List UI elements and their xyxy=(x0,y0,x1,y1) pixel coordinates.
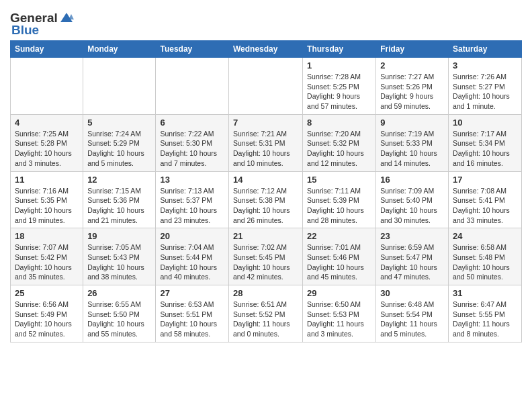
day-number: 18 xyxy=(15,231,79,241)
logo-icon xyxy=(59,11,74,25)
day-info: Sunrise: 6:59 AM Sunset: 5:47 PM Dayligh… xyxy=(380,242,444,282)
calendar-cell: 28Sunrise: 6:51 AM Sunset: 5:52 PM Dayli… xyxy=(228,285,302,342)
calendar-cell: 30Sunrise: 6:48 AM Sunset: 5:54 PM Dayli… xyxy=(376,285,449,342)
day-info: Sunrise: 7:02 AM Sunset: 5:45 PM Dayligh… xyxy=(233,242,298,282)
day-number: 26 xyxy=(87,288,151,298)
day-info: Sunrise: 6:53 AM Sunset: 5:51 PM Dayligh… xyxy=(160,300,224,339)
day-info: Sunrise: 7:04 AM Sunset: 5:44 PM Dayligh… xyxy=(160,242,224,282)
calendar-cell: 8Sunrise: 7:20 AM Sunset: 5:32 PM Daylig… xyxy=(303,114,376,171)
calendar-cell: 21Sunrise: 7:02 AM Sunset: 5:45 PM Dayli… xyxy=(228,228,302,285)
calendar-cell: 31Sunrise: 6:47 AM Sunset: 5:55 PM Dayli… xyxy=(449,285,522,342)
day-info: Sunrise: 7:11 AM Sunset: 5:39 PM Dayligh… xyxy=(307,186,371,226)
day-number: 13 xyxy=(160,175,224,185)
calendar-cell: 18Sunrise: 7:07 AM Sunset: 5:42 PM Dayli… xyxy=(11,228,83,285)
day-number: 7 xyxy=(233,118,298,128)
calendar-cell: 20Sunrise: 7:04 AM Sunset: 5:44 PM Dayli… xyxy=(156,228,229,285)
calendar-header-thursday: Thursday xyxy=(303,41,376,58)
day-info: Sunrise: 7:28 AM Sunset: 5:25 PM Dayligh… xyxy=(307,72,371,111)
calendar-week-row: 18Sunrise: 7:07 AM Sunset: 5:42 PM Dayli… xyxy=(11,228,522,285)
calendar-cell: 14Sunrise: 7:12 AM Sunset: 5:38 PM Dayli… xyxy=(228,171,302,228)
day-info: Sunrise: 6:50 AM Sunset: 5:53 PM Dayligh… xyxy=(307,300,371,339)
calendar-cell: 12Sunrise: 7:15 AM Sunset: 5:36 PM Dayli… xyxy=(83,171,156,228)
day-number: 23 xyxy=(380,231,444,241)
day-info: Sunrise: 6:48 AM Sunset: 5:54 PM Dayligh… xyxy=(380,300,444,339)
calendar-week-row: 1Sunrise: 7:28 AM Sunset: 5:25 PM Daylig… xyxy=(11,58,522,115)
day-number: 27 xyxy=(160,288,224,298)
day-info: Sunrise: 7:07 AM Sunset: 5:42 PM Dayligh… xyxy=(15,242,79,282)
calendar-cell: 19Sunrise: 7:05 AM Sunset: 5:43 PM Dayli… xyxy=(83,228,156,285)
day-number: 12 xyxy=(87,175,151,185)
day-info: Sunrise: 7:19 AM Sunset: 5:33 PM Dayligh… xyxy=(380,129,444,169)
day-info: Sunrise: 7:22 AM Sunset: 5:30 PM Dayligh… xyxy=(160,129,224,169)
day-info: Sunrise: 6:51 AM Sunset: 5:52 PM Dayligh… xyxy=(233,300,298,339)
day-number: 10 xyxy=(453,118,517,128)
day-number: 8 xyxy=(307,118,371,128)
calendar-cell xyxy=(228,58,302,115)
day-number: 16 xyxy=(380,175,444,185)
calendar-table: SundayMondayTuesdayWednesdayThursdayFrid… xyxy=(10,40,522,342)
day-info: Sunrise: 7:20 AM Sunset: 5:32 PM Dayligh… xyxy=(307,129,371,169)
day-number: 29 xyxy=(307,288,371,298)
day-number: 3 xyxy=(453,60,517,71)
logo-blue-text: Blue xyxy=(11,23,39,38)
calendar-cell: 13Sunrise: 7:13 AM Sunset: 5:37 PM Dayli… xyxy=(156,171,229,228)
day-info: Sunrise: 6:58 AM Sunset: 5:48 PM Dayligh… xyxy=(453,242,517,282)
calendar-cell: 7Sunrise: 7:21 AM Sunset: 5:31 PM Daylig… xyxy=(228,114,302,171)
day-info: Sunrise: 7:09 AM Sunset: 5:40 PM Dayligh… xyxy=(380,186,444,226)
calendar-cell: 23Sunrise: 6:59 AM Sunset: 5:47 PM Dayli… xyxy=(376,228,449,285)
day-number: 20 xyxy=(160,231,224,241)
day-info: Sunrise: 6:55 AM Sunset: 5:50 PM Dayligh… xyxy=(87,300,151,339)
calendar-cell xyxy=(156,58,229,115)
calendar-week-row: 25Sunrise: 6:56 AM Sunset: 5:49 PM Dayli… xyxy=(11,285,522,342)
calendar-cell xyxy=(83,58,156,115)
calendar-week-row: 4Sunrise: 7:25 AM Sunset: 5:28 PM Daylig… xyxy=(11,114,522,171)
day-info: Sunrise: 7:12 AM Sunset: 5:38 PM Dayligh… xyxy=(233,186,298,226)
day-info: Sunrise: 7:13 AM Sunset: 5:37 PM Dayligh… xyxy=(160,186,224,226)
day-number: 15 xyxy=(307,175,371,185)
calendar-cell: 26Sunrise: 6:55 AM Sunset: 5:50 PM Dayli… xyxy=(83,285,156,342)
calendar-cell: 6Sunrise: 7:22 AM Sunset: 5:30 PM Daylig… xyxy=(156,114,229,171)
calendar-cell: 22Sunrise: 7:01 AM Sunset: 5:46 PM Dayli… xyxy=(303,228,376,285)
calendar-cell: 17Sunrise: 7:08 AM Sunset: 5:41 PM Dayli… xyxy=(449,171,522,228)
calendar-cell: 4Sunrise: 7:25 AM Sunset: 5:28 PM Daylig… xyxy=(11,114,83,171)
logo: General Blue xyxy=(10,11,74,38)
calendar-header-row: SundayMondayTuesdayWednesdayThursdayFrid… xyxy=(11,41,522,58)
calendar-cell: 25Sunrise: 6:56 AM Sunset: 5:49 PM Dayli… xyxy=(11,285,83,342)
day-info: Sunrise: 7:05 AM Sunset: 5:43 PM Dayligh… xyxy=(87,242,151,282)
calendar-header-monday: Monday xyxy=(83,41,156,58)
calendar-cell: 10Sunrise: 7:17 AM Sunset: 5:34 PM Dayli… xyxy=(449,114,522,171)
calendar-header-tuesday: Tuesday xyxy=(156,41,229,58)
day-info: Sunrise: 7:16 AM Sunset: 5:35 PM Dayligh… xyxy=(15,186,79,226)
day-number: 30 xyxy=(380,288,444,298)
day-number: 17 xyxy=(453,175,517,185)
day-number: 21 xyxy=(233,231,298,241)
svg-marker-1 xyxy=(69,14,74,19)
day-info: Sunrise: 7:24 AM Sunset: 5:29 PM Dayligh… xyxy=(87,129,151,169)
day-info: Sunrise: 7:15 AM Sunset: 5:36 PM Dayligh… xyxy=(87,186,151,226)
day-info: Sunrise: 6:56 AM Sunset: 5:49 PM Dayligh… xyxy=(15,300,79,339)
day-info: Sunrise: 6:47 AM Sunset: 5:55 PM Dayligh… xyxy=(453,300,517,339)
day-number: 14 xyxy=(233,175,298,185)
calendar-cell: 16Sunrise: 7:09 AM Sunset: 5:40 PM Dayli… xyxy=(376,171,449,228)
day-number: 4 xyxy=(15,118,79,128)
day-info: Sunrise: 7:21 AM Sunset: 5:31 PM Dayligh… xyxy=(233,129,298,169)
day-number: 31 xyxy=(453,288,517,298)
calendar-cell: 9Sunrise: 7:19 AM Sunset: 5:33 PM Daylig… xyxy=(376,114,449,171)
day-info: Sunrise: 7:25 AM Sunset: 5:28 PM Dayligh… xyxy=(15,129,79,169)
calendar-cell: 3Sunrise: 7:26 AM Sunset: 5:27 PM Daylig… xyxy=(449,58,522,115)
day-number: 19 xyxy=(87,231,151,241)
calendar-cell: 15Sunrise: 7:11 AM Sunset: 5:39 PM Dayli… xyxy=(303,171,376,228)
calendar-header-sunday: Sunday xyxy=(11,41,83,58)
day-number: 1 xyxy=(307,60,371,71)
day-number: 6 xyxy=(160,118,224,128)
day-info: Sunrise: 7:27 AM Sunset: 5:26 PM Dayligh… xyxy=(380,72,444,111)
day-number: 22 xyxy=(307,231,371,241)
calendar-cell: 27Sunrise: 6:53 AM Sunset: 5:51 PM Dayli… xyxy=(156,285,229,342)
day-number: 24 xyxy=(453,231,517,241)
day-info: Sunrise: 7:08 AM Sunset: 5:41 PM Dayligh… xyxy=(453,186,517,226)
calendar-header-wednesday: Wednesday xyxy=(228,41,302,58)
day-info: Sunrise: 7:01 AM Sunset: 5:46 PM Dayligh… xyxy=(307,242,371,282)
calendar-cell: 29Sunrise: 6:50 AM Sunset: 5:53 PM Dayli… xyxy=(303,285,376,342)
calendar-cell: 2Sunrise: 7:27 AM Sunset: 5:26 PM Daylig… xyxy=(376,58,449,115)
header: General Blue xyxy=(10,7,522,38)
